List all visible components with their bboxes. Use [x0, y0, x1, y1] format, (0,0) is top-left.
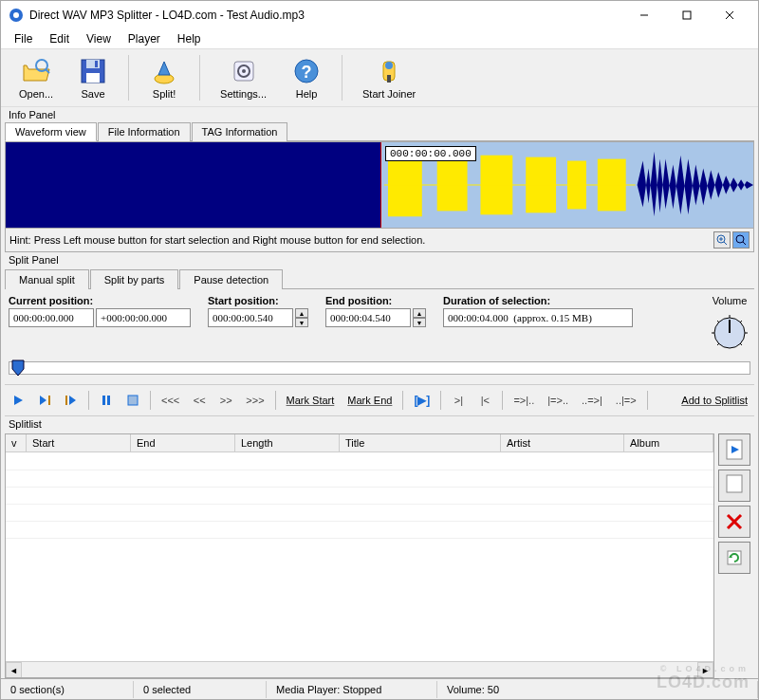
- menu-edit[interactable]: Edit: [42, 30, 77, 47]
- status-volume: Volume: 50: [437, 681, 758, 698]
- tab-waveform-view[interactable]: Waveform view: [5, 122, 97, 141]
- col-album[interactable]: Album: [624, 434, 713, 451]
- col-length[interactable]: Length: [235, 434, 340, 451]
- settings-button[interactable]: Settings...: [210, 51, 277, 104]
- seek-end-button[interactable]: >>>: [241, 389, 268, 412]
- menubar: File Edit View Player Help: [1, 29, 758, 48]
- chevron-down-icon[interactable]: ▼: [413, 318, 426, 327]
- slider-thumb-icon[interactable]: [11, 359, 25, 377]
- close-button[interactable]: [708, 1, 750, 29]
- minimize-button[interactable]: [622, 1, 665, 29]
- svg-marker-43: [14, 396, 23, 405]
- delete-item-button[interactable]: [718, 506, 750, 538]
- svg-point-15: [242, 69, 246, 73]
- menu-file[interactable]: File: [7, 30, 40, 47]
- current-position-input[interactable]: [9, 308, 94, 327]
- seek-fwd-button[interactable]: >>: [214, 389, 237, 412]
- end-position-spinner[interactable]: ▲ ▼: [413, 308, 426, 327]
- play-from-button[interactable]: [60, 389, 83, 412]
- player-controls: <<< << >> >>> Mark Start Mark End [▶] >|…: [5, 384, 754, 416]
- maximize-button[interactable]: [665, 1, 708, 29]
- help-button[interactable]: ? Help: [281, 51, 332, 104]
- tab-split-by-parts[interactable]: Split by parts: [90, 269, 179, 289]
- mark-start-button[interactable]: Mark Start: [282, 389, 340, 412]
- marker-4-button[interactable]: ..|=>: [611, 389, 641, 412]
- goto-next-button[interactable]: >|: [447, 389, 470, 412]
- splitlist-table[interactable]: v Start End Length Title Artist Album ◄: [5, 433, 714, 678]
- status-player: Media Player: Stopped: [267, 681, 437, 698]
- position-slider-row: [5, 359, 754, 384]
- play-item-button[interactable]: [718, 433, 750, 466]
- tab-file-information[interactable]: File Information: [98, 122, 191, 141]
- marker-1-button[interactable]: =>|..: [509, 389, 539, 412]
- duration-label: Duration of selection:: [443, 295, 692, 306]
- col-title[interactable]: Title: [340, 434, 501, 451]
- svg-marker-47: [69, 396, 76, 405]
- chevron-down-icon[interactable]: ▼: [295, 318, 308, 327]
- open-button[interactable]: Open...: [9, 51, 64, 104]
- edit-item-button[interactable]: EDIT: [718, 470, 750, 502]
- save-button[interactable]: Save: [67, 51, 119, 104]
- folder-open-icon: [21, 56, 51, 86]
- start-joiner-button[interactable]: Start Joiner: [352, 51, 426, 104]
- volume-knob[interactable]: [709, 312, 750, 354]
- splitlist-body[interactable]: [6, 452, 713, 661]
- tab-tag-information[interactable]: TAG Information: [192, 122, 288, 141]
- svg-line-39: [717, 321, 719, 322]
- bracket-play-button[interactable]: [▶]: [409, 389, 435, 412]
- zoom-in-icon[interactable]: [713, 231, 731, 249]
- svg-rect-48: [102, 396, 105, 405]
- titlebar: Direct WAV MP3 Splitter - LO4D.com - Tes…: [1, 1, 758, 29]
- mark-end-button[interactable]: Mark End: [342, 389, 397, 412]
- start-position-label: Start position:: [208, 295, 308, 306]
- scroll-left-icon[interactable]: ◄: [6, 662, 22, 678]
- scroll-right-icon[interactable]: ►: [697, 662, 713, 678]
- horizontal-scrollbar[interactable]: ◄ ►: [6, 661, 713, 677]
- col-checkbox[interactable]: v: [6, 434, 27, 451]
- col-artist[interactable]: Artist: [501, 434, 624, 451]
- menu-view[interactable]: View: [79, 30, 119, 47]
- play-button[interactable]: [7, 389, 29, 412]
- split-button[interactable]: Split!: [139, 51, 190, 104]
- refresh-item-button[interactable]: [718, 542, 750, 574]
- seek-back-button[interactable]: <<: [188, 389, 211, 412]
- main-toolbar: Open... Save Split! Settings... ? H: [1, 48, 758, 107]
- stop-button[interactable]: [121, 389, 144, 412]
- split-panel-label: Split Panel: [5, 252, 754, 267]
- chevron-up-icon[interactable]: ▲: [295, 308, 308, 318]
- end-position-input[interactable]: [325, 308, 411, 327]
- svg-marker-27: [638, 152, 753, 216]
- play-selection-button[interactable]: [33, 389, 56, 412]
- pause-button[interactable]: [95, 389, 118, 412]
- start-position-spinner[interactable]: ▲ ▼: [295, 308, 308, 327]
- toolbar-separator: [128, 55, 129, 101]
- svg-rect-53: [727, 475, 742, 492]
- svg-text:?: ?: [302, 63, 312, 82]
- goto-prev-button[interactable]: |<: [473, 389, 496, 412]
- app-icon: [9, 8, 24, 23]
- menu-help[interactable]: Help: [170, 30, 209, 47]
- col-start[interactable]: Start: [27, 434, 131, 451]
- seek-start-button[interactable]: <<<: [157, 389, 184, 412]
- svg-marker-44: [40, 396, 46, 405]
- splitlist-side-buttons: EDIT: [718, 433, 754, 678]
- zoom-fit-icon[interactable]: [732, 231, 750, 249]
- tab-pause-detection[interactable]: Pause detection: [179, 269, 283, 289]
- add-to-splitlist-button[interactable]: Add to Splitlist: [676, 389, 752, 412]
- position-marker[interactable]: [380, 142, 381, 228]
- info-tabs: Waveform view File Information TAG Infor…: [5, 122, 754, 141]
- tab-manual-split[interactable]: Manual split: [5, 269, 89, 289]
- waveform-display[interactable]: 000:00:00.000: [5, 141, 754, 229]
- start-position-input[interactable]: [208, 308, 293, 327]
- svg-point-1: [13, 12, 19, 18]
- current-offset-input[interactable]: [96, 308, 191, 327]
- marker-3-button[interactable]: ..=>|: [577, 389, 607, 412]
- marker-2-button[interactable]: |=>..: [543, 389, 573, 412]
- chevron-up-icon[interactable]: ▲: [413, 308, 426, 318]
- svg-point-19: [385, 62, 393, 69]
- statusbar: 0 section(s) 0 selected Media Player: St…: [1, 678, 758, 699]
- col-end[interactable]: End: [131, 434, 235, 451]
- duration-input[interactable]: [443, 308, 633, 327]
- position-slider[interactable]: [9, 361, 750, 375]
- menu-player[interactable]: Player: [120, 30, 168, 47]
